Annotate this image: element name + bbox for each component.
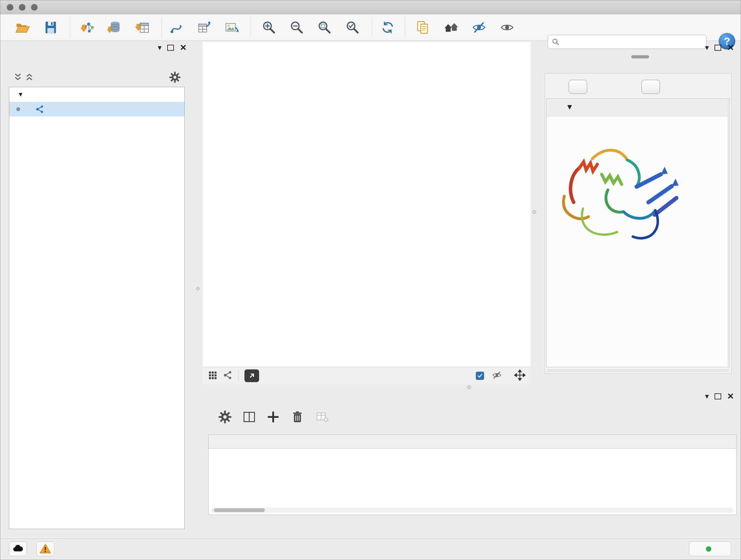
cytoscape-window: ? ▾ ✕ ▼ <box>0 0 741 560</box>
panel-menu-icon[interactable]: ▾ <box>158 42 161 53</box>
zoom-fit-icon[interactable] <box>316 19 333 36</box>
refresh-network-icon[interactable] <box>379 19 396 36</box>
zoom-out-icon[interactable] <box>288 19 305 36</box>
open-in-window-icon[interactable] <box>245 369 259 382</box>
network-view-toolbar <box>203 367 531 384</box>
table-header-row <box>209 435 736 449</box>
collapse-all-icon[interactable] <box>13 72 22 83</box>
panel-menu-icon[interactable]: ▾ <box>705 42 709 53</box>
results-panel: ▾ ✕ ▼ <box>544 42 737 384</box>
memory-status-dot-icon <box>706 546 711 552</box>
show-columns-icon[interactable] <box>242 409 257 425</box>
memory-button[interactable] <box>689 542 731 556</box>
toolbar-separator <box>372 17 373 38</box>
copy-document-icon[interactable] <box>414 19 431 36</box>
network-selection-row <box>5 70 189 85</box>
panel-close-icon[interactable]: ✕ <box>180 42 187 53</box>
status-bar <box>0 538 741 560</box>
tab-string[interactable] <box>631 55 649 58</box>
grid-view-icon[interactable] <box>208 370 217 381</box>
delete-column-trash-icon[interactable] <box>290 409 305 425</box>
toolbar-separator <box>239 370 239 381</box>
protein-structure-image <box>555 137 686 262</box>
open-session-icon[interactable] <box>14 19 31 36</box>
main-toolbar: ? <box>0 14 741 41</box>
network-tree-root-row[interactable]: ▼ <box>9 87 185 102</box>
warning-icon[interactable] <box>37 542 54 556</box>
network-tree: ▼ <box>9 87 185 529</box>
toolbar-separator <box>70 17 70 38</box>
toolbar-separator <box>250 17 251 38</box>
splitter-handle[interactable] <box>196 287 200 291</box>
export-image-icon[interactable] <box>223 19 240 36</box>
table-horizontal-scrollbar[interactable] <box>211 508 734 513</box>
window-minimize-button[interactable] <box>19 4 25 10</box>
network-tree-child-row[interactable] <box>9 102 185 117</box>
import-table-icon[interactable] <box>134 19 151 36</box>
table-panel: ▾ ✕ <box>203 390 737 539</box>
import-database-icon[interactable] <box>106 19 123 36</box>
splitter-handle[interactable] <box>467 385 471 389</box>
zoom-selected-icon[interactable] <box>344 19 361 36</box>
panel-float-icon[interactable] <box>715 393 721 399</box>
collapse-triangle-icon[interactable]: ▼ <box>566 103 574 111</box>
table-settings-gear-icon[interactable] <box>217 409 232 425</box>
zoom-in-icon[interactable] <box>260 19 277 36</box>
tree-expand-triangle-icon[interactable]: ▼ <box>17 91 23 98</box>
splitter-handle[interactable] <box>532 210 536 214</box>
title-bar <box>0 0 741 15</box>
expand-all-button[interactable] <box>569 80 587 94</box>
panel-close-icon[interactable]: ✕ <box>727 390 734 402</box>
delete-table-icon <box>315 409 330 425</box>
panel-menu-icon[interactable]: ▾ <box>705 390 709 402</box>
toolbar-separator <box>161 17 162 38</box>
string-network-icon <box>36 105 44 114</box>
collapse-all-button[interactable] <box>642 80 660 94</box>
toolbar-separator <box>405 17 405 38</box>
panel-close-icon[interactable]: ✕ <box>727 42 734 53</box>
show-all-eye-icon[interactable] <box>498 19 516 36</box>
panel-float-icon[interactable] <box>167 45 174 51</box>
control-panel: ▾ ✕ ▼ <box>5 42 189 530</box>
results-vertical-scrollbar[interactable] <box>728 100 730 368</box>
window-zoom-button[interactable] <box>31 4 38 10</box>
add-column-plus-icon[interactable] <box>266 409 281 425</box>
new-network-from-table-icon[interactable] <box>196 19 213 36</box>
home-icon[interactable] <box>443 19 460 36</box>
hide-selected-eye-slash-icon[interactable] <box>470 19 488 36</box>
save-session-icon[interactable] <box>42 19 59 36</box>
panel-float-icon[interactable] <box>715 45 721 51</box>
string-results-container: ▼ <box>545 73 732 374</box>
expand-all-icon[interactable] <box>25 72 34 83</box>
protein-detail-header[interactable]: ▼ <box>547 99 730 116</box>
current-network-dot-icon <box>16 107 20 111</box>
results-horizontal-scrollbar[interactable] <box>547 369 729 372</box>
network-share-icon[interactable] <box>223 370 232 381</box>
hidden-eye-slash-icon[interactable] <box>492 370 502 381</box>
protein-detail-panel: ▼ <box>546 98 730 367</box>
network-tools-icon[interactable] <box>168 19 185 36</box>
pan-crosshair-icon[interactable] <box>514 369 526 382</box>
scrollbar-thumb[interactable] <box>214 508 265 512</box>
network-canvas[interactable] <box>203 42 531 367</box>
gear-icon[interactable] <box>169 71 181 83</box>
window-close-button[interactable] <box>7 4 13 10</box>
import-network-icon[interactable] <box>79 19 96 36</box>
selected-nodes-checkbox-icon[interactable] <box>476 372 484 380</box>
node-table <box>208 435 737 515</box>
cloud-icon[interactable] <box>9 542 27 556</box>
